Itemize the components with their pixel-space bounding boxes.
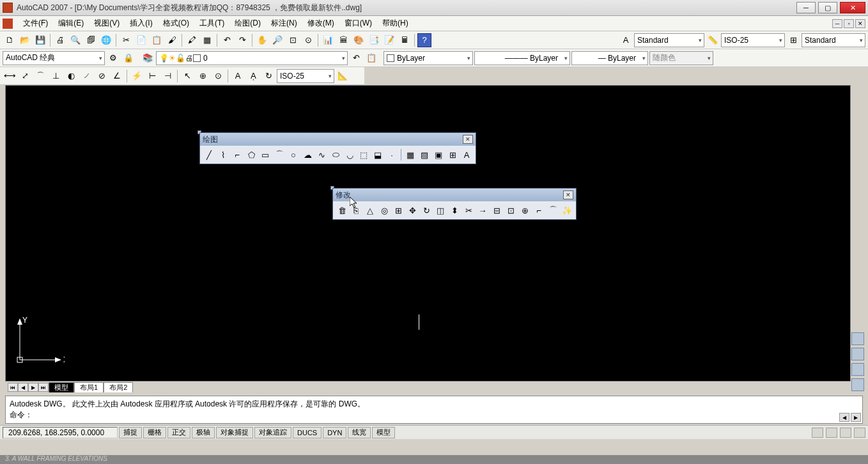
fillet-icon[interactable]: ⌒ [546,204,559,217]
draw-toolbar-title[interactable]: 绘图 ✕ [200,133,476,146]
table-style-combo[interactable]: Standard [802,33,865,47]
mtext-icon[interactable]: A [460,148,473,161]
coordinates[interactable]: 209.6268, 168.2595, 0.0000 [3,427,118,438]
explode-icon[interactable]: ✨ [561,204,573,217]
close-button[interactable]: ✕ [840,2,865,13]
break-at-point-icon[interactable]: ⊟ [490,204,503,217]
minimize-button[interactable]: ─ [796,2,816,13]
status-annotation-icon[interactable] [812,428,823,438]
ordinate-dim-icon[interactable]: ⊥ [49,69,63,83]
maximize-button[interactable]: ▢ [818,2,837,13]
lineweight-combo[interactable]: — ByLayer [571,51,648,65]
quick-leader-icon[interactable]: ↖ [180,69,194,83]
preview-icon[interactable]: 🔍 [68,33,82,47]
tab-first[interactable]: ⏮ [8,383,18,392]
chamfer-icon[interactable]: ⌐ [532,204,545,217]
rectangle-icon[interactable]: ▭ [259,148,272,161]
menu-format[interactable]: 格式(O) [158,17,194,30]
menu-insert[interactable]: 插入(I) [125,17,157,30]
text-style-icon[interactable]: A [619,33,633,47]
layer-state-icon[interactable]: 📋 [364,51,378,65]
revision-cloud-icon[interactable]: ☁ [301,148,314,161]
side-icon-3[interactable] [851,363,864,376]
linetype-combo[interactable]: ——— ByLayer [474,51,570,65]
zoom-prev-icon[interactable]: ⊙ [301,33,315,47]
draw-toolbar-close[interactable]: ✕ [463,135,473,144]
draw-toolbar-floating[interactable]: 绘图 ✕ ╱ ⌇ ⌐ ⬠ ▭ ⌒ ○ ☁ ∿ ⬭ ◡ ⬚ ⬓ · ▦ ▨ [198,130,201,134]
array-icon[interactable]: ⊞ [392,204,405,217]
region-icon[interactable]: ▣ [432,148,445,161]
side-icon-4[interactable] [851,378,864,391]
point-icon[interactable]: · [385,148,398,161]
tolerance-icon[interactable]: ⊕ [196,69,210,83]
arc-icon[interactable]: ⌒ [273,148,286,161]
quick-dim-icon[interactable]: ⚡ [130,69,144,83]
menu-window[interactable]: 窗口(W) [339,17,377,30]
hatch-icon[interactable]: ▦ [404,148,417,161]
props-icon[interactable]: 📊 [321,33,335,47]
tab-prev[interactable]: ◀ [18,383,28,392]
toggle-otrack[interactable]: 对象追踪 [254,427,291,438]
layer-combo[interactable]: 💡☀🔓🖨 0 [156,51,348,65]
polygon-icon[interactable]: ⬠ [245,148,258,161]
table-style-icon[interactable]: ⊞ [786,33,800,47]
redo-icon[interactable]: ↷ [235,33,249,47]
baseline-dim-icon[interactable]: ⊢ [145,69,159,83]
radius-dim-icon[interactable]: ◐ [64,69,78,83]
arc-dim-icon[interactable]: ⌒ [33,69,47,83]
dim-update-icon[interactable]: ↻ [261,69,275,83]
gradient-icon[interactable]: ▨ [418,148,431,161]
match-icon[interactable]: 🖌 [165,33,179,47]
erase-icon[interactable]: 🗑 [336,204,348,217]
rotate-icon[interactable]: ↻ [420,204,433,217]
status-lock-icon[interactable] [840,428,851,438]
tab-layout1[interactable]: 布局1 [74,382,104,392]
aligned-dim-icon[interactable]: ⤢ [18,69,32,83]
toggle-lwt[interactable]: 线宽 [348,427,371,438]
table-icon[interactable]: ⊞ [446,148,459,161]
stretch-icon[interactable]: ⬍ [448,204,461,217]
status-comm-icon[interactable] [826,428,837,438]
zoom-win-icon[interactable]: ⊡ [286,33,300,47]
text-style-combo[interactable]: Standard [634,33,704,47]
cut-icon[interactable]: ✂ [119,33,133,47]
modify-toolbar-title[interactable]: 修改 ✕ [333,189,576,201]
status-clean-icon[interactable] [854,428,865,438]
construction-line-icon[interactable]: ⌇ [217,148,229,161]
dim-style-icon[interactable]: 📏 [706,33,720,47]
insert-block-icon[interactable]: ⬚ [357,148,370,161]
scroll-right[interactable]: ▶ [851,413,861,422]
mirror-icon[interactable]: △ [364,204,376,217]
undo-icon[interactable]: ↶ [220,33,234,47]
offset-icon[interactable]: ◎ [378,204,391,217]
toggle-ortho[interactable]: 正交 [167,427,190,438]
line-icon[interactable]: ╱ [203,148,215,161]
angular-dim-icon[interactable]: ∠ [110,69,124,83]
polyline-icon[interactable]: ⌐ [231,148,244,161]
jogged-dim-icon[interactable]: ⟋ [79,69,93,83]
doc-minimize[interactable]: ─ [832,19,842,28]
layer-manager-icon[interactable]: 📚 [141,51,155,65]
menu-modify[interactable]: 修改(M) [302,17,339,30]
make-block-icon[interactable]: ⬓ [371,148,384,161]
dim-style-manager-icon[interactable]: 📐 [336,69,350,83]
calc-icon[interactable]: 🖩 [398,33,412,47]
toggle-osnap[interactable]: 对象捕捉 [216,427,253,438]
linear-dim-icon[interactable]: ⟷ [3,69,17,83]
tab-model[interactable]: 模型 [49,382,74,392]
layer-prev-icon[interactable]: ↶ [349,51,363,65]
workspace-combo[interactable]: AutoCAD 经典 [3,51,105,65]
publish-icon[interactable]: 🗐 [84,33,98,47]
diameter-dim-icon[interactable]: ⊘ [95,69,109,83]
center-mark-icon[interactable]: ⊙ [211,69,225,83]
modify-toolbar-floating[interactable]: 修改 ✕ 🗑 ⎘ △ ◎ ⊞ ✥ ↻ ◫ ⬍ ✂ → ⊟ ⊡ ⊕ ⌐ ⌒ ✨ [330,186,334,190]
menu-edit[interactable]: 编辑(E) [53,17,89,30]
markup-icon[interactable]: 📝 [382,33,396,47]
dim-style-combo2[interactable]: ISO-25 [277,69,334,83]
continue-dim-icon[interactable]: ⊣ [160,69,174,83]
dim-text-edit-icon[interactable]: Ạ [246,69,260,83]
menu-tools[interactable]: 工具(T) [194,17,229,30]
break-icon[interactable]: ⊡ [504,204,517,217]
command-line[interactable]: Autodesk DWG。 此文件上次由 Autodesk 应用程序或 Auto… [5,396,863,424]
help-icon[interactable]: ? [417,33,431,47]
